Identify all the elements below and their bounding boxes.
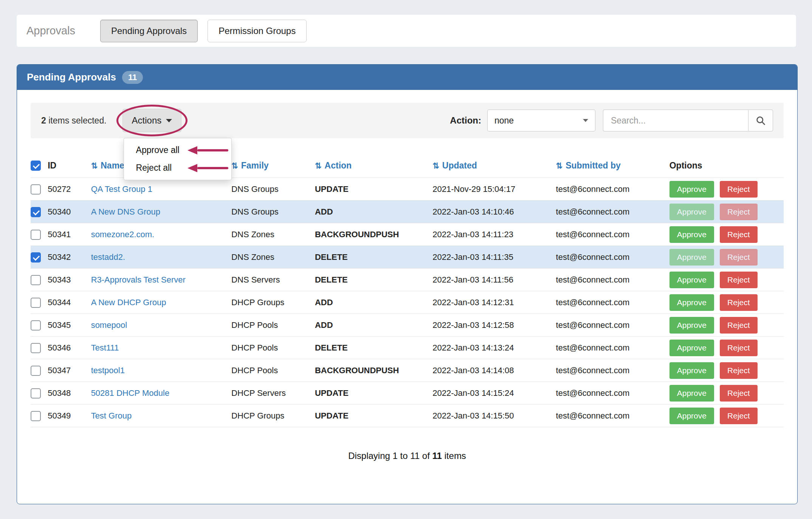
row-updated: 2022-Jan-03 14:11:23 (432, 223, 556, 246)
row-id: 50340 (48, 201, 91, 223)
actions-button[interactable]: Actions (122, 109, 182, 132)
tab-pending-approvals[interactable]: Pending Approvals (100, 20, 198, 42)
row-name-link[interactable]: A New DHCP Group (91, 298, 166, 307)
row-name-link[interactable]: Test111 (91, 343, 119, 352)
row-family: DNS Zones (231, 223, 315, 246)
reject-button[interactable]: Reject (720, 294, 758, 311)
reject-button[interactable]: Reject (720, 249, 758, 266)
column-header-submitted-by[interactable]: ⇅Submitted by (556, 155, 669, 178)
row-id: 50349 (48, 405, 91, 427)
search-group (603, 110, 773, 131)
column-header-family[interactable]: ⇅Family (231, 155, 315, 178)
search-button[interactable] (748, 110, 773, 131)
row-submitted-by: test@6connect.com (556, 314, 669, 337)
row-name-link[interactable]: QA Test Group 1 (91, 184, 152, 194)
menu-item-approve-all[interactable]: Approve all (124, 141, 231, 159)
reject-button[interactable]: Reject (720, 181, 758, 198)
row-options: Approve Reject (669, 405, 784, 427)
approve-button[interactable]: Approve (669, 317, 714, 334)
approve-button[interactable]: Approve (669, 340, 714, 356)
select-all-checkbox[interactable] (31, 161, 41, 171)
row-checkbox[interactable] (31, 184, 41, 195)
row-name-link[interactable]: somezone2.com. (91, 230, 155, 239)
annotation-arrow-reject-all (188, 164, 228, 172)
action-label: Action: (450, 115, 481, 126)
reject-button[interactable]: Reject (720, 385, 758, 402)
sort-icon: ⇅ (556, 161, 563, 170)
row-options: Approve Reject (669, 314, 784, 337)
row-action: DELETE (315, 246, 432, 269)
tab-permission-groups[interactable]: Permission Groups (208, 20, 307, 42)
approve-button[interactable]: Approve (669, 385, 714, 402)
reject-button[interactable]: Reject (720, 204, 758, 220)
table-row: 50340 A New DNS Group DNS Groups ADD 202… (31, 201, 784, 223)
reject-button[interactable]: Reject (720, 317, 758, 334)
row-options: Approve Reject (669, 246, 784, 269)
search-input[interactable] (603, 110, 748, 131)
row-submitted-by: test@6connect.com (556, 337, 669, 359)
row-name-link[interactable]: Test Group (91, 411, 132, 420)
row-submitted-by: test@6connect.com (556, 405, 669, 427)
menu-item-reject-all[interactable]: Reject all (124, 159, 231, 177)
row-action: DELETE (315, 269, 432, 291)
row-updated: 2022-Jan-03 14:12:58 (432, 314, 556, 337)
table-row: 50347 testpool1 DHCP Pools BACKGROUNDPUS… (31, 359, 784, 382)
selected-count: 2 (41, 116, 46, 125)
column-header-updated[interactable]: ⇅Updated (432, 155, 556, 178)
column-header-action[interactable]: ⇅Action (315, 155, 432, 178)
row-checkbox[interactable] (31, 275, 41, 285)
row-family: DHCP Servers (231, 382, 315, 405)
row-checkbox[interactable] (31, 388, 41, 399)
reject-button[interactable]: Reject (720, 272, 758, 288)
row-id: 50344 (48, 291, 91, 314)
footer-count: 11 (432, 451, 442, 461)
reject-button[interactable]: Reject (720, 408, 758, 424)
reject-button[interactable]: Reject (720, 340, 758, 356)
panel-header: Pending Approvals 11 (17, 65, 797, 90)
row-name-link[interactable]: somepool (91, 320, 127, 330)
row-id: 50272 (48, 178, 91, 201)
menu-item-reject-all-label: Reject all (136, 163, 172, 173)
row-name-link[interactable]: 50281 DHCP Module (91, 388, 170, 398)
column-header-id[interactable]: ID (48, 155, 91, 178)
toolbar: 2 items selected. Actions Approve all Re… (31, 103, 784, 138)
pending-approvals-table: ID ⇅Name ⇅Family ⇅Action ⇅Updated ⇅Submi… (31, 155, 784, 427)
approve-button[interactable]: Approve (669, 181, 714, 198)
approve-button[interactable]: Approve (669, 294, 714, 311)
row-checkbox[interactable] (31, 230, 41, 240)
row-checkbox[interactable] (31, 320, 41, 331)
approve-button[interactable]: Approve (669, 272, 714, 288)
row-checkbox[interactable] (31, 343, 41, 353)
approve-button[interactable]: Approve (669, 362, 714, 379)
approve-button[interactable]: Approve (669, 408, 714, 424)
row-name-link[interactable]: R3-Approvals Test Server (91, 275, 186, 284)
row-checkbox[interactable] (31, 207, 41, 217)
row-id: 50346 (48, 337, 91, 359)
selected-suffix: items selected. (46, 116, 107, 125)
selected-info: 2 items selected. (41, 116, 107, 126)
row-name-link[interactable]: A New DNS Group (91, 207, 160, 216)
table-row: 50342 testadd2. DNS Zones DELETE 2022-Ja… (31, 246, 784, 269)
row-checkbox[interactable] (31, 366, 41, 376)
column-header-options: Options (669, 155, 784, 178)
approve-button[interactable]: Approve (669, 226, 714, 243)
footer-prefix: Displaying 1 to 11 of (348, 451, 432, 461)
row-updated: 2022-Jan-03 14:13:24 (432, 337, 556, 359)
row-submitted-by: test@6connect.com (556, 201, 669, 223)
row-family: DNS Groups (231, 178, 315, 201)
row-checkbox[interactable] (31, 298, 41, 308)
row-checkbox[interactable] (31, 411, 41, 421)
table-row: 50272 QA Test Group 1 DNS Groups UPDATE … (31, 178, 784, 201)
reject-button[interactable]: Reject (720, 226, 758, 243)
reject-button[interactable]: Reject (720, 362, 758, 379)
row-submitted-by: test@6connect.com (556, 178, 669, 201)
action-select[interactable]: none (487, 110, 595, 131)
row-action: ADD (315, 314, 432, 337)
approve-button[interactable]: Approve (669, 249, 714, 266)
row-checkbox[interactable] (31, 252, 41, 263)
row-name-link[interactable]: testadd2. (91, 252, 126, 262)
approve-button[interactable]: Approve (669, 204, 714, 220)
row-options: Approve Reject (669, 269, 784, 291)
row-options: Approve Reject (669, 382, 784, 405)
row-name-link[interactable]: testpool1 (91, 366, 125, 375)
